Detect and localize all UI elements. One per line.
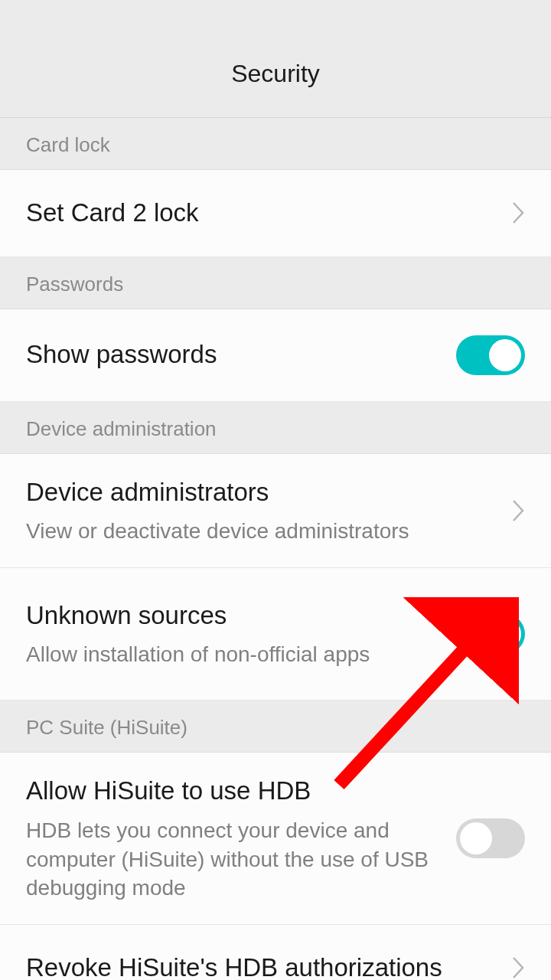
show-passwords-row[interactable]: Show passwords <box>0 309 551 402</box>
allow-hisuite-hdb-sub: HDB lets you connect your device and com… <box>26 816 441 903</box>
page-title: Security <box>231 29 320 88</box>
unknown-sources-row[interactable]: Unknown sources Allow installation of no… <box>0 568 551 701</box>
chevron-right-icon <box>511 201 525 225</box>
allow-hisuite-hdb-label: Allow HiSuite to use HDB <box>26 774 441 808</box>
device-administrators-row[interactable]: Device administrators View or deactivate… <box>0 454 551 568</box>
section-header-pc-suite: PC Suite (HiSuite) <box>0 701 551 753</box>
section-header-device-admin: Device administration <box>0 402 551 454</box>
unknown-sources-sub: Allow installation of non-official apps <box>26 640 441 669</box>
section-header-card-lock: Card lock <box>0 118 551 170</box>
unknown-sources-toggle[interactable] <box>456 614 525 654</box>
allow-hisuite-hdb-row[interactable]: Allow HiSuite to use HDB HDB lets you co… <box>0 753 551 925</box>
device-administrators-sub: View or deactivate device administrators <box>26 517 496 546</box>
unknown-sources-label: Unknown sources <box>26 599 441 633</box>
section-header-passwords: Passwords <box>0 257 551 309</box>
show-passwords-label: Show passwords <box>26 338 441 372</box>
app-header: Security <box>0 0 551 118</box>
revoke-hdb-row[interactable]: Revoke HiSuite's HDB authorizations <box>0 925 551 980</box>
set-card-lock-row[interactable]: Set Card 2 lock <box>0 170 551 257</box>
chevron-right-icon <box>511 498 525 523</box>
revoke-hdb-label: Revoke HiSuite's HDB authorizations <box>26 951 496 980</box>
chevron-right-icon <box>511 956 525 980</box>
device-administrators-label: Device administrators <box>26 475 496 510</box>
allow-hisuite-hdb-toggle[interactable] <box>456 818 525 858</box>
set-card-lock-label: Set Card 2 lock <box>26 196 496 230</box>
show-passwords-toggle[interactable] <box>456 335 525 375</box>
